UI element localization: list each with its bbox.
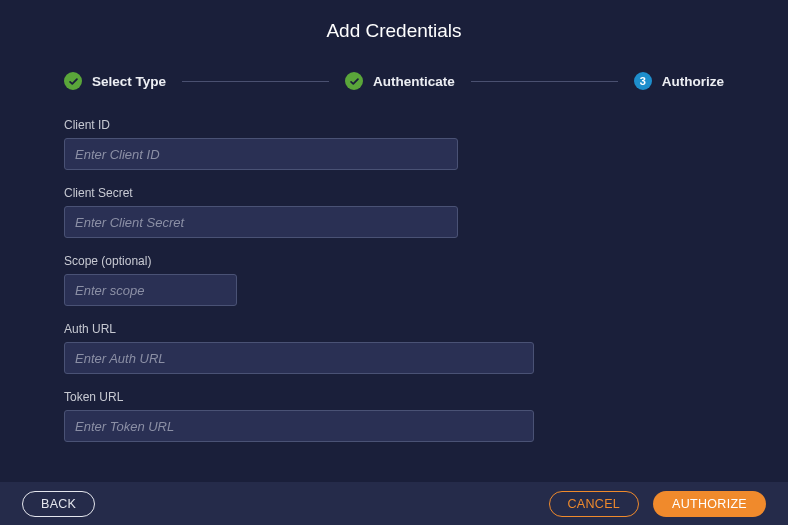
cancel-button[interactable]: CANCEL (549, 491, 640, 517)
field-scope: Scope (optional) (64, 254, 724, 306)
stepper: Select Type Authenticate 3 Authorize (0, 72, 788, 90)
auth-url-input[interactable] (64, 342, 534, 374)
step-label: Authenticate (373, 74, 455, 89)
check-icon (64, 72, 82, 90)
authorize-button[interactable]: AUTHORIZE (653, 491, 766, 517)
step-authorize: 3 Authorize (634, 72, 724, 90)
field-client-id: Client ID (64, 118, 724, 170)
step-select-type: Select Type (64, 72, 166, 90)
scope-input[interactable] (64, 274, 237, 306)
page-title: Add Credentials (0, 0, 788, 72)
field-token-url: Token URL (64, 390, 724, 442)
step-authenticate: Authenticate (345, 72, 455, 90)
scope-label: Scope (optional) (64, 254, 724, 268)
credentials-form: Client ID Client Secret Scope (optional)… (0, 118, 788, 442)
client-secret-input[interactable] (64, 206, 458, 238)
token-url-label: Token URL (64, 390, 724, 404)
step-label: Select Type (92, 74, 166, 89)
back-button[interactable]: BACK (22, 491, 95, 517)
auth-url-label: Auth URL (64, 322, 724, 336)
step-label: Authorize (662, 74, 724, 89)
step-connector (182, 81, 329, 82)
footer-bar: BACK CANCEL AUTHORIZE (0, 482, 788, 525)
field-auth-url: Auth URL (64, 322, 724, 374)
client-secret-label: Client Secret (64, 186, 724, 200)
field-client-secret: Client Secret (64, 186, 724, 238)
step-connector (471, 81, 618, 82)
client-id-label: Client ID (64, 118, 724, 132)
check-icon (345, 72, 363, 90)
token-url-input[interactable] (64, 410, 534, 442)
step-number-icon: 3 (634, 72, 652, 90)
client-id-input[interactable] (64, 138, 458, 170)
